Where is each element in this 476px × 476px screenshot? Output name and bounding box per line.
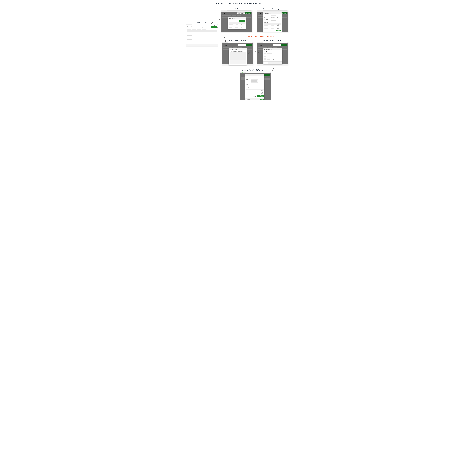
copy-icon[interactable] bbox=[260, 90, 260, 91]
edit-icon[interactable] bbox=[278, 25, 279, 26]
edit-icon[interactable] bbox=[278, 27, 279, 28]
back-button[interactable]: ← Back bbox=[246, 99, 251, 100]
diagram-title: FIRST CUT OF NEW INCIDENT CREATION FLOW bbox=[185, 3, 291, 5]
copy-icon[interactable] bbox=[260, 92, 260, 93]
svg-rect-11 bbox=[277, 28, 277, 29]
event-field[interactable] bbox=[251, 79, 257, 80]
th-tasks: Tasks bbox=[247, 89, 248, 90]
task-row bbox=[264, 28, 281, 29]
add-incident-button[interactable]: Add Incident bbox=[264, 74, 270, 76]
add-new-task-button[interactable]: Add New Task bbox=[257, 95, 264, 97]
edit-icon[interactable] bbox=[242, 27, 243, 28]
copy-icon[interactable] bbox=[241, 24, 242, 25]
delete-icon[interactable] bbox=[262, 92, 263, 93]
mock-incidents-page: Incidents Incident Templates Add Inciden… bbox=[186, 24, 218, 47]
delete-icon[interactable] bbox=[244, 27, 245, 28]
template-row[interactable] bbox=[229, 24, 245, 25]
modal-title: Select Incident Template bbox=[263, 49, 282, 50]
type-field-readonly: Accident bbox=[251, 82, 257, 83]
delete-icon[interactable] bbox=[244, 26, 245, 26]
delete-icon[interactable] bbox=[279, 25, 280, 26]
svg-rect-3 bbox=[241, 26, 242, 26]
add-incident-button[interactable]: Add Incident bbox=[281, 44, 287, 46]
bring-tasks-button[interactable]: Bring Tasks From Other Templates bbox=[246, 95, 257, 97]
copy-icon[interactable] bbox=[277, 28, 278, 29]
mock-select-template: Incidents Incident Templates Add Inciden… bbox=[257, 42, 289, 66]
category-option-illness[interactable]: ILLNESS bbox=[230, 56, 246, 58]
page-title: Incidents bbox=[187, 26, 192, 28]
event-field[interactable] bbox=[271, 15, 276, 16]
modal-title: New Incident Category bbox=[229, 49, 247, 50]
svg-rect-0 bbox=[241, 24, 242, 25]
search-input[interactable]: Search bbox=[229, 20, 238, 21]
th-options: Options bbox=[278, 24, 280, 24]
label-title: Title bbox=[246, 81, 250, 82]
delete-icon[interactable] bbox=[262, 93, 263, 94]
copy-icon[interactable] bbox=[277, 25, 278, 26]
add-incident-button[interactable]: Add Incident bbox=[211, 26, 217, 28]
svg-rect-5 bbox=[241, 27, 242, 28]
task-row bbox=[246, 91, 264, 93]
category-option-accident[interactable]: ACCIDENT bbox=[230, 52, 246, 54]
category-option-nearmiss[interactable]: NEARMISS bbox=[230, 54, 246, 56]
add-incident-button[interactable]: Add Incident bbox=[281, 13, 287, 14]
window-min-dot bbox=[188, 24, 188, 25]
svg-rect-8 bbox=[277, 27, 277, 27]
th-templates: Templates bbox=[229, 23, 232, 23]
edit-icon[interactable] bbox=[261, 92, 262, 93]
copy-icon[interactable] bbox=[260, 93, 260, 94]
add-incident-button[interactable]: Add Incident bbox=[245, 13, 251, 14]
modal-title: Add Incident Details bbox=[245, 74, 264, 76]
template-option[interactable] bbox=[264, 52, 282, 55]
svg-rect-15 bbox=[260, 92, 260, 92]
template-option[interactable] bbox=[264, 55, 282, 58]
copy-icon[interactable] bbox=[241, 26, 242, 26]
delete-icon[interactable] bbox=[279, 28, 280, 29]
copy-icon[interactable] bbox=[277, 27, 278, 28]
when-to-use-field[interactable] bbox=[271, 20, 276, 22]
label-added-tasks: Added Tasks bbox=[246, 87, 264, 88]
th-when: When to use bbox=[235, 23, 239, 23]
add-incident-button[interactable]: Add Incident bbox=[246, 44, 252, 46]
save-button[interactable]: Save bbox=[277, 33, 281, 33]
template-name-field[interactable] bbox=[271, 19, 276, 20]
edit-icon[interactable] bbox=[242, 26, 243, 26]
back-button[interactable]: ← Back bbox=[264, 62, 269, 64]
edit-icon[interactable] bbox=[242, 24, 243, 25]
incident-templates-button[interactable]: Incident Templates bbox=[202, 26, 210, 28]
task-row bbox=[246, 93, 264, 95]
caption-view-templates: View incident templates bbox=[221, 8, 253, 10]
template-option[interactable] bbox=[264, 58, 282, 61]
edit-icon[interactable] bbox=[261, 93, 262, 94]
category-option-blank bbox=[230, 60, 246, 62]
edit-icon[interactable] bbox=[278, 28, 279, 29]
template-row[interactable] bbox=[229, 25, 245, 27]
save-button[interactable]: Save bbox=[260, 99, 264, 100]
copy-icon[interactable] bbox=[241, 27, 242, 28]
incident-templates-button[interactable]: Incident Templates bbox=[273, 44, 281, 46]
delete-icon[interactable] bbox=[244, 24, 245, 25]
modal-title: Incident Templates bbox=[228, 17, 246, 19]
template-row[interactable] bbox=[229, 27, 245, 28]
chevron-down-icon: ▾ bbox=[277, 17, 278, 18]
type-select[interactable]: placeholder▾ bbox=[271, 17, 278, 18]
what-textarea[interactable] bbox=[251, 84, 264, 87]
add-template-button[interactable]: Add Template bbox=[239, 20, 245, 22]
modal-intro: Record all available information about t… bbox=[246, 77, 264, 78]
task-row bbox=[264, 25, 281, 26]
svg-rect-10 bbox=[277, 29, 277, 29]
category-option-blank bbox=[230, 62, 246, 64]
th-when: When to use bbox=[270, 24, 274, 24]
delete-icon[interactable] bbox=[262, 90, 263, 91]
svg-rect-14 bbox=[260, 92, 260, 93]
title-field[interactable] bbox=[251, 81, 257, 82]
th-options: Options bbox=[261, 89, 263, 90]
delete-icon[interactable] bbox=[279, 27, 280, 28]
label-type: Type bbox=[264, 17, 270, 18]
add-tasks-button[interactable]: Add Tasks bbox=[276, 30, 281, 32]
category-option-damage[interactable]: DAMAGE bbox=[230, 58, 246, 60]
incident-templates-button[interactable]: Incident Templates bbox=[238, 44, 246, 46]
incident-templates-button[interactable]: Incident Templates bbox=[237, 13, 245, 14]
edit-icon[interactable] bbox=[261, 90, 262, 91]
label-what: What bbox=[246, 84, 250, 85]
